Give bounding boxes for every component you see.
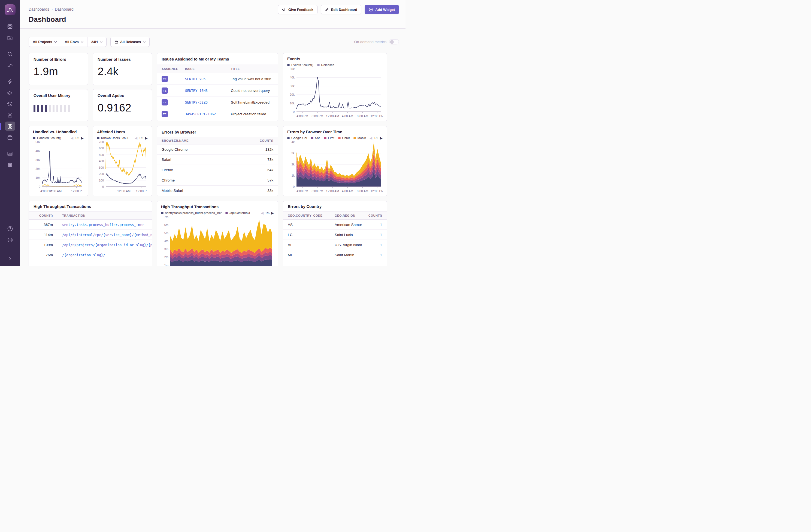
sidebar-item-starfish[interactable] bbox=[5, 77, 15, 86]
clock-history-icon bbox=[7, 101, 13, 107]
table-row: 109m /api/0/projects/{organization_id_or… bbox=[29, 240, 152, 250]
table-row: TE JAVASCRIPT-1BG2 Project creation fail… bbox=[157, 108, 278, 120]
add-widget-button[interactable]: Add Widget bbox=[365, 5, 399, 14]
next-page-icon[interactable]: ▶ bbox=[380, 136, 383, 140]
svg-text:0: 0 bbox=[293, 185, 295, 188]
col-count: COUNT() bbox=[362, 214, 387, 217]
project-filter[interactable]: All Projects bbox=[29, 37, 61, 47]
events-chart[interactable]: 010k20k30k40k50k4:00 PM8:00 PM12:00 AM4:… bbox=[287, 67, 383, 119]
sidebar-item-issues[interactable] bbox=[5, 22, 15, 31]
legend-dot bbox=[287, 137, 290, 139]
legend-pager: ◀ 1/3 ▶ bbox=[135, 136, 148, 140]
legend-dot bbox=[225, 212, 228, 214]
sidebar-item-alerts[interactable] bbox=[5, 110, 15, 120]
releases-icon bbox=[7, 135, 13, 140]
time-filter[interactable]: 24H bbox=[87, 37, 106, 47]
next-page-icon[interactable]: ▶ bbox=[145, 136, 148, 140]
svg-text:10k: 10k bbox=[290, 102, 295, 105]
handled-chart[interactable]: 010k20k30k40k50k4:00 PM12:00 AM12:00 P bbox=[33, 140, 84, 194]
table-row: Firefox 64k bbox=[157, 165, 278, 175]
sentry-logo[interactable] bbox=[5, 4, 16, 15]
avatar[interactable]: TE bbox=[162, 76, 168, 82]
give-feedback-button[interactable]: Give Feedback bbox=[278, 5, 318, 14]
country-region: American Samoa bbox=[330, 223, 362, 227]
sidebar-item-search[interactable] bbox=[5, 49, 15, 59]
give-feedback-label: Give Feedback bbox=[288, 7, 313, 12]
transaction-count: 114m bbox=[29, 233, 58, 237]
breadcrumb-dashboards[interactable]: Dashboards bbox=[29, 7, 49, 12]
high-throughput-chart[interactable]: 01m2m3m4m5m6m7m4:00 PM8:00 PM12:00 AM4:0… bbox=[161, 215, 274, 266]
transaction-link[interactable]: sentry.tasks.process_buffer.process_incr bbox=[62, 223, 144, 227]
sidebar bbox=[0, 0, 20, 266]
table-row: TE SENTRY-VD5 Tag value was not a strin bbox=[157, 73, 278, 85]
sidebar-item-performance[interactable] bbox=[5, 61, 15, 70]
widget-title: Handled vs. Unhandled bbox=[33, 130, 84, 134]
environment-filter[interactable]: All Envs bbox=[61, 37, 87, 47]
environment-filter-label: All Envs bbox=[65, 40, 79, 44]
avatar[interactable]: TE bbox=[162, 111, 168, 117]
legend-label: sentry.tasks.process_buffer.process_incr bbox=[165, 211, 221, 214]
transaction-link[interactable]: /api/0/projects/{organization_id_or_slug… bbox=[62, 243, 152, 247]
siren-icon bbox=[7, 112, 13, 118]
sidebar-item-projects[interactable] bbox=[5, 33, 15, 42]
svg-text:12:00 AM: 12:00 AM bbox=[326, 189, 339, 193]
legend-dot bbox=[97, 137, 100, 139]
sidebar-expand[interactable] bbox=[5, 254, 15, 263]
prev-page-icon[interactable]: ◀ bbox=[261, 211, 263, 215]
edit-dashboard-button[interactable]: Edit Dashboard bbox=[321, 5, 361, 14]
country-code: LC bbox=[283, 233, 330, 237]
dashboard-content: All Projects All Envs 24H All Rele bbox=[20, 37, 406, 266]
widget-high-throughput-chart: High Throughput Transactions sentry.task… bbox=[157, 201, 278, 266]
issue-link[interactable]: JAVASCRIPT-1BG2 bbox=[185, 112, 216, 116]
page-indicator: 1/3 bbox=[139, 136, 143, 139]
table-row: AS American Samoa 1 bbox=[283, 220, 387, 230]
browser-name: Google Chrome bbox=[157, 148, 245, 152]
widget-title: Errors by Country bbox=[283, 201, 387, 212]
svg-text:30k: 30k bbox=[35, 158, 40, 162]
sidebar-item-dashboards[interactable] bbox=[5, 122, 15, 131]
sidebar-item-releases[interactable] bbox=[5, 133, 15, 142]
project-filter-label: All Projects bbox=[33, 40, 52, 44]
avatar[interactable]: TE bbox=[162, 88, 168, 94]
col-region: GEO.REGION bbox=[330, 214, 362, 217]
next-page-icon[interactable]: ▶ bbox=[81, 136, 84, 140]
prev-page-icon[interactable]: ◀ bbox=[71, 136, 73, 140]
sidebar-item-settings[interactable] bbox=[5, 160, 15, 169]
ondemand-metrics-toggle[interactable] bbox=[389, 39, 399, 44]
widget-handled-vs-unhandled: Handled vs. Unhandled Handled : count() … bbox=[29, 126, 88, 196]
errors-by-browser-chart[interactable]: 01k2k3k4k4:00 PM8:00 PM12:00 AM4:00 AM8:… bbox=[287, 140, 383, 194]
sidebar-item-help[interactable] bbox=[5, 224, 15, 233]
avatar[interactable]: TE bbox=[162, 99, 168, 105]
issue-link[interactable]: SENTRY-16H8 bbox=[185, 89, 208, 93]
next-page-icon[interactable]: ▶ bbox=[271, 211, 274, 215]
prev-page-icon[interactable]: ◀ bbox=[135, 136, 137, 140]
filter-bar: All Projects All Envs 24H All Rele bbox=[29, 37, 399, 47]
transaction-link[interactable]: /{organization_slug}/ bbox=[62, 253, 105, 257]
country-count: 1 bbox=[362, 243, 387, 247]
issue-link[interactable]: SENTRY-32ZQ bbox=[185, 100, 208, 104]
widget-grid: Number of Errors 1.9m Overall User Miser… bbox=[29, 53, 399, 266]
issues-icon bbox=[7, 24, 13, 29]
issue-link[interactable]: SENTRY-VD5 bbox=[185, 77, 205, 81]
widget-events: Events Events : count() Releases 010k20k… bbox=[283, 53, 387, 121]
release-filter[interactable]: All Releases bbox=[111, 37, 150, 47]
widget-errors-by-browser: Errors by Browser BROWSER.NAME COUNT() G… bbox=[157, 126, 278, 196]
svg-text:10k: 10k bbox=[35, 176, 40, 179]
sidebar-item-stats[interactable] bbox=[5, 149, 15, 158]
sidebar-item-feedback[interactable] bbox=[5, 88, 15, 97]
table-row: 114m /api/0/internal/rpc/{service_name}/… bbox=[29, 230, 152, 240]
svg-text:400: 400 bbox=[99, 159, 104, 163]
prev-page-icon[interactable]: ◀ bbox=[369, 136, 372, 140]
sidebar-bottom bbox=[0, 224, 20, 266]
svg-text:8:00 AM: 8:00 AM bbox=[357, 115, 368, 118]
sidebar-item-broadcasts[interactable] bbox=[5, 235, 15, 245]
country-region: Saint Lucia bbox=[330, 233, 362, 237]
table-row: Google Chrome 132k bbox=[157, 145, 278, 155]
col-transaction: TRANSACTION bbox=[58, 214, 152, 217]
widget-affected-users: Affected Users Known Users : cour ◀ 1/3 … bbox=[93, 126, 152, 196]
legend-dot bbox=[287, 64, 290, 66]
transaction-link[interactable]: /api/0/internal/rpc/{service_name}/{meth… bbox=[62, 233, 152, 237]
header-buttons: Give Feedback Edit Dashboard Add Widget bbox=[278, 5, 399, 14]
sidebar-item-replays[interactable] bbox=[5, 99, 15, 108]
affected-users-chart[interactable]: 010020030040050060070012:00 AM12:00 P bbox=[97, 140, 148, 194]
